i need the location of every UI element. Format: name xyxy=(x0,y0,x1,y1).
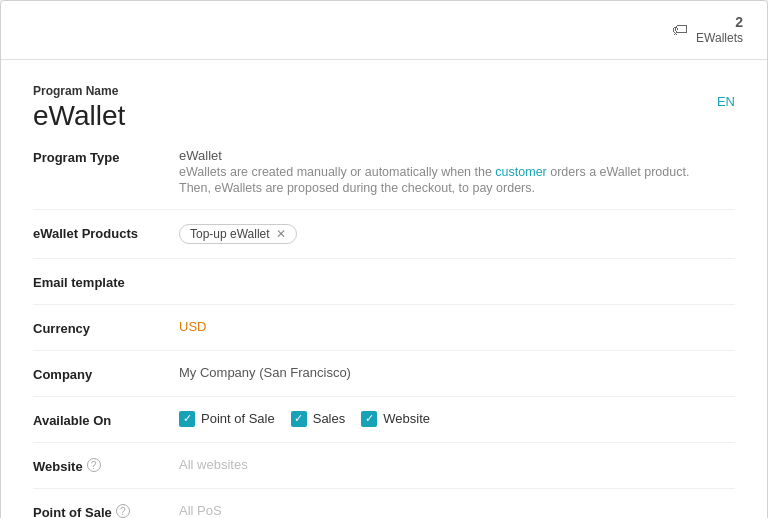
ewallet-products-value: Top-up eWallet ✕ xyxy=(179,224,735,244)
checkbox-pos-check: ✓ xyxy=(183,413,192,424)
checkbox-website[interactable]: ✓ Website xyxy=(361,411,430,427)
email-template-row: Email template xyxy=(33,263,735,300)
checkbox-pos-label: Point of Sale xyxy=(201,411,275,426)
divider-6 xyxy=(33,442,735,443)
checkbox-pos[interactable]: ✓ Point of Sale xyxy=(179,411,275,427)
tag-label: Top-up eWallet xyxy=(190,227,270,241)
program-name-block: Program Name eWallet xyxy=(33,84,125,132)
checkbox-website-box[interactable]: ✓ xyxy=(361,411,377,427)
company-row: Company My Company (San Francisco) xyxy=(33,355,735,392)
ewallet-products-label: eWallet Products xyxy=(33,224,163,241)
available-on-items: ✓ Point of Sale ✓ Sales ✓ xyxy=(179,411,735,427)
website-placeholder: All websites xyxy=(179,457,248,472)
checkbox-sales-label: Sales xyxy=(313,411,346,426)
program-type-row: Program Type eWallet eWallets are create… xyxy=(33,132,735,205)
point-of-sale-row: Point of Sale ? All PoS xyxy=(33,493,735,518)
main-window: 🏷 2 EWallets Program Name eWallet EN Pro… xyxy=(0,0,768,518)
top-bar: 🏷 2 EWallets xyxy=(1,1,767,60)
program-type-value-block: eWallet eWallets are created manually or… xyxy=(179,148,735,195)
tag-remove-icon[interactable]: ✕ xyxy=(276,227,286,241)
program-type-value: eWallet xyxy=(179,148,735,163)
main-content: Program Name eWallet EN Program Type eWa… xyxy=(1,60,767,518)
pos-value: All PoS xyxy=(179,503,735,518)
available-on-row: Available On ✓ Point of Sale ✓ xyxy=(33,401,735,438)
checkbox-website-label: Website xyxy=(383,411,430,426)
currency-value: USD xyxy=(179,319,735,334)
desc-part1: eWallets are created manually or automat… xyxy=(179,165,495,179)
divider-2 xyxy=(33,258,735,259)
email-template-label: Email template xyxy=(33,273,163,290)
form-section: Program Type eWallet eWallets are create… xyxy=(33,132,735,518)
currency-row: Currency USD xyxy=(33,309,735,346)
divider-7 xyxy=(33,488,735,489)
website-label: Website xyxy=(33,457,83,474)
company-value: My Company (San Francisco) xyxy=(179,365,735,380)
ewallet-badge-button[interactable]: 🏷 2 EWallets xyxy=(664,9,751,51)
available-on-label: Available On xyxy=(33,411,163,428)
pos-label-block: Point of Sale ? xyxy=(33,503,163,518)
checkbox-sales-box[interactable]: ✓ xyxy=(291,411,307,427)
program-type-description2: Then, eWallets are proposed during the c… xyxy=(179,181,735,195)
website-label-block: Website ? xyxy=(33,457,163,474)
badge-info: 2 EWallets xyxy=(696,13,743,47)
checkbox-website-check: ✓ xyxy=(365,413,374,424)
pos-placeholder: All PoS xyxy=(179,503,222,518)
checkbox-sales-check: ✓ xyxy=(294,413,303,424)
badge-label: EWallets xyxy=(696,31,743,47)
checkbox-pos-box[interactable]: ✓ xyxy=(179,411,195,427)
pos-help-icon[interactable]: ? xyxy=(116,504,130,518)
currency-label: Currency xyxy=(33,319,163,336)
program-type-description: eWallets are created manually or automat… xyxy=(179,165,735,179)
page-header: Program Name eWallet EN xyxy=(33,84,735,132)
program-name-value: eWallet xyxy=(33,100,125,132)
available-on-value: ✓ Point of Sale ✓ Sales ✓ xyxy=(179,411,735,427)
desc-highlight: customer xyxy=(495,165,546,179)
desc-part2: orders a eWallet product. xyxy=(547,165,690,179)
badge-count: 2 xyxy=(735,13,743,31)
website-value: All websites xyxy=(179,457,735,472)
divider-4 xyxy=(33,350,735,351)
program-name-label: Program Name xyxy=(33,84,125,98)
website-help-icon[interactable]: ? xyxy=(87,458,101,472)
ewallet-product-tag[interactable]: Top-up eWallet ✕ xyxy=(179,224,297,244)
divider-3 xyxy=(33,304,735,305)
language-selector[interactable]: EN xyxy=(717,94,735,109)
company-label: Company xyxy=(33,365,163,382)
ewallet-products-row: eWallet Products Top-up eWallet ✕ xyxy=(33,214,735,254)
checkbox-sales[interactable]: ✓ Sales xyxy=(291,411,346,427)
divider-5 xyxy=(33,396,735,397)
program-type-label: Program Type xyxy=(33,148,163,165)
tag-icon: 🏷 xyxy=(672,21,688,39)
pos-label: Point of Sale xyxy=(33,503,112,518)
website-row: Website ? All websites xyxy=(33,447,735,484)
divider-1 xyxy=(33,209,735,210)
